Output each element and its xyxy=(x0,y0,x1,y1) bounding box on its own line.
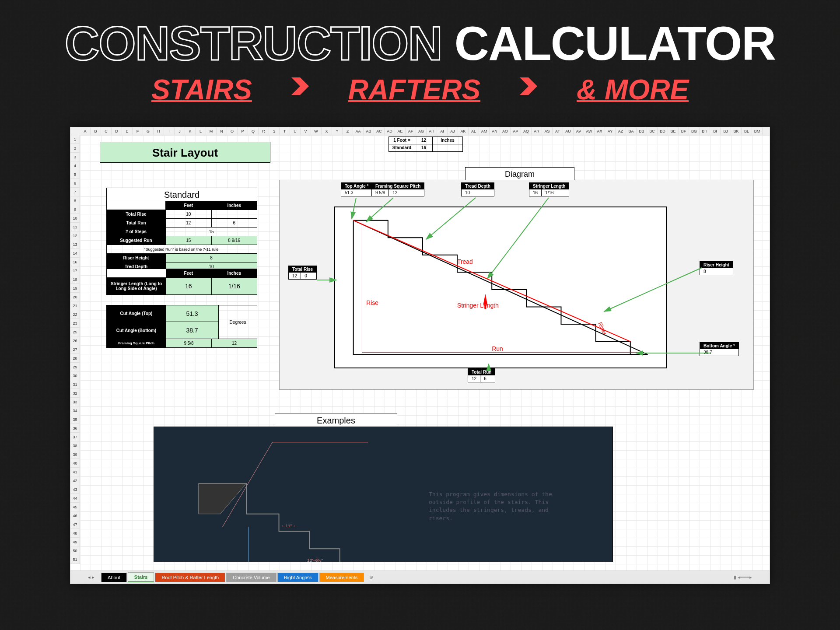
callout-fs-pitch: Framing Square Pitch 9 5/8 12 xyxy=(371,182,424,196)
tab-roof[interactable]: Roof Pitch & Rafter Length xyxy=(155,573,225,582)
stair-drawing: Tread Rise Riser Run Stringer Length xyxy=(334,206,667,368)
column-headers: ABCDEFGHIJKLMNOPQRSTUVWXYZAAABACADAEAFAG… xyxy=(70,127,770,135)
riser-text: Riser xyxy=(597,321,609,336)
stringer-text: Stringer Length xyxy=(457,302,499,309)
svg-line-1 xyxy=(354,220,630,342)
callout-tread-depth: Tread Depth 10 xyxy=(461,182,494,196)
standard-value[interactable]: 16 xyxy=(415,144,433,151)
info-block: 1 Foot = 12 Inches Standard 16 xyxy=(388,136,463,152)
sheet-tabs: ◂ ▸ About Stairs Roof Pitch & Rafter Len… xyxy=(70,570,770,584)
total-rise-in[interactable] xyxy=(212,210,257,218)
new-tab-button[interactable]: ⊕ xyxy=(365,573,378,582)
sub-rafters: RAFTERS xyxy=(348,74,480,106)
nav-prev-icon[interactable]: ◂ ▸ xyxy=(88,574,94,580)
scrollbar-icon[interactable]: ▮ ◂━━━▸ xyxy=(734,574,752,580)
foot-unit: Inches xyxy=(433,137,462,144)
callout-stringer-length: Stringer Length 16 1/16 xyxy=(529,182,569,196)
sub-more: & MORE xyxy=(577,74,689,106)
sub-stairs: STAIRS xyxy=(151,74,252,106)
cut-angle-table: Cut Angle (Top) 51.3 Cut Angle (Bottom) … xyxy=(106,305,257,348)
tab-angles[interactable]: Right Angle's xyxy=(277,573,318,582)
tread-text: Tread xyxy=(457,258,473,265)
run-text: Run xyxy=(492,345,503,352)
chevron-right-icon xyxy=(287,73,313,106)
row-headers: 1234567891011121314161718192021222325262… xyxy=(70,135,80,564)
chevron-right-icon xyxy=(515,73,542,106)
examples-label: Examples xyxy=(275,413,397,427)
spreadsheet-window: ABCDEFGHIJKLMNOPQRSTUVWXYZAAABACADAEAFAG… xyxy=(70,127,770,584)
main-title: CONSTRUCTION CALCULATOR xyxy=(0,0,840,75)
foot-label: 1 Foot = xyxy=(389,137,415,144)
diagram-label: Diagram xyxy=(465,167,574,180)
callout-total-rise: Total Rise 12 0 xyxy=(288,266,317,280)
grid-area[interactable]: Stair Layout 1 Foot = 12 Inches Standard… xyxy=(80,135,770,570)
tab-about[interactable]: About xyxy=(101,573,127,582)
examples-description: This program gives dimensions of the out… xyxy=(429,490,560,522)
title-part1: CONSTRUCTION xyxy=(65,16,442,70)
examples-panel: ←11"→ 12'−6½" This program gives dimensi… xyxy=(154,427,613,562)
callout-bottom-angle: Bottom Angle ° 38.7 xyxy=(700,342,739,356)
sub-header: STAIRS RAFTERS & MORE xyxy=(0,73,840,106)
steps-val[interactable]: 15 xyxy=(166,228,257,236)
standard-label: Standard xyxy=(389,144,415,151)
title-part2: CALCULATOR xyxy=(455,16,776,70)
foot-value[interactable]: 12 xyxy=(415,137,433,144)
diagram-panel: Top Angle ° 51.3 Framing Square Pitch 9 … xyxy=(279,180,754,390)
total-rise-ft[interactable]: 10 xyxy=(166,210,212,218)
callout-top-angle: Top Angle ° 51.3 xyxy=(341,182,373,196)
tab-concrete[interactable]: Concrete Volume xyxy=(226,573,276,582)
sheet-title: Stair Layout xyxy=(100,142,270,163)
total-run-in[interactable]: 6 xyxy=(212,219,257,227)
rise-text: Rise xyxy=(366,299,378,306)
callout-riser-height: Riser Height 8 xyxy=(700,261,733,275)
stringer-table: Feet Inches Stringer Length (Long to Lon… xyxy=(106,269,257,295)
total-run-ft[interactable]: 12 xyxy=(166,219,212,227)
svg-text:12'−6½": 12'−6½" xyxy=(307,558,323,562)
standard-table: Standard Feet Inches Total Rise 10 Total… xyxy=(106,188,257,272)
standard-header: Standard xyxy=(107,188,257,201)
callout-total-run: Total Run 12 6 xyxy=(468,368,495,382)
tab-measurements[interactable]: Measurements xyxy=(319,573,364,582)
svg-text:←11"→: ←11"→ xyxy=(281,523,296,528)
tab-stairs[interactable]: Stairs xyxy=(128,572,154,582)
